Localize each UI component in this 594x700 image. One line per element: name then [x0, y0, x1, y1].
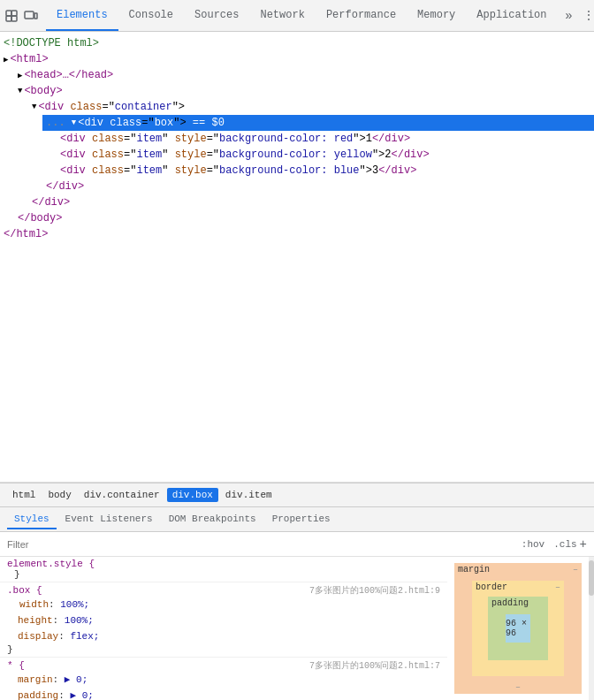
line-div-box-close[interactable]: </div>: [42, 179, 594, 194]
css-prop-display: display : flex;: [18, 628, 440, 644]
css-rule-star: * { 7多张图片的100%问题2.html:7 margin : ▶ 0; p…: [0, 658, 447, 700]
svg-rect-2: [6, 16, 11, 21]
cursor-icon[interactable]: [4, 8, 19, 24]
bm-padding-label: padding: [491, 598, 529, 608]
settings-icon[interactable]: ⋮: [581, 8, 594, 24]
css-prop-margin: margin : ▶ 0;: [18, 672, 440, 688]
subpanel-tabs: Styles Event Listeners DOM Breakpoints P…: [0, 507, 594, 532]
bm-bottom-dash: –: [454, 682, 582, 692]
svg-rect-5: [34, 13, 37, 19]
cls-button[interactable]: .cls: [551, 538, 579, 551]
line-body-close[interactable]: </body>: [14, 210, 594, 226]
tab-event-listeners[interactable]: Event Listeners: [58, 510, 160, 529]
more-tabs-icon[interactable]: »: [561, 8, 577, 24]
triangle-head[interactable]: ▶: [18, 71, 22, 80]
triangle-body[interactable]: ▼: [18, 87, 22, 95]
tab-elements[interactable]: Elements: [46, 0, 118, 31]
line-html-close[interactable]: </html>: [0, 226, 594, 242]
bm-border-dash: –: [555, 582, 560, 592]
scroll-thumb[interactable]: [589, 560, 594, 596]
tab-memory[interactable]: Memory: [407, 0, 466, 31]
css-prop-padding: padding : ▶ 0;: [18, 688, 440, 700]
svg-rect-1: [11, 11, 17, 16]
bm-border-label: border: [476, 582, 507, 592]
toolbar-right: » ⋮: [561, 8, 594, 24]
css-prop-height: height : 100%;: [18, 612, 440, 628]
line-body-open[interactable]: ▼<body>: [14, 83, 594, 99]
svg-rect-3: [11, 16, 17, 21]
css-prop-width: width : 100%;: [18, 597, 440, 612]
filter-bar: :hov .cls +: [0, 532, 594, 557]
svg-rect-4: [25, 11, 34, 19]
add-style-button[interactable]: +: [580, 537, 587, 552]
devtools-toolbar: Elements Console Sources Network Perform…: [0, 0, 594, 32]
elements-panel: <!DOCTYPE html> ▶<html> ▶<head>…</head> …: [0, 32, 594, 483]
bottom-inner: element.style { } .box { 7多张图片的100%问题2.h…: [0, 557, 594, 700]
bm-content-label: 96 × 96: [506, 619, 530, 638]
breadcrumb-container[interactable]: div.container: [79, 488, 165, 502]
toolbar-icons: [4, 8, 39, 24]
triangle-box[interactable]: ▼: [72, 118, 76, 127]
line-html-open[interactable]: ▶<html>: [0, 51, 594, 67]
tab-console[interactable]: Console: [118, 0, 184, 31]
tab-application[interactable]: Application: [466, 0, 557, 31]
breadcrumb: html body div.container div.box div.item: [0, 483, 594, 507]
line-head[interactable]: ▶<head>…</head>: [14, 67, 594, 83]
hov-button[interactable]: :hov: [519, 538, 547, 551]
line-div-container-close[interactable]: </div>: [28, 194, 594, 210]
line-item-red[interactable]: <div class="item" style="background-colo…: [57, 131, 594, 147]
tab-properties[interactable]: Properties: [265, 510, 338, 529]
css-rule-element-style: element.style { }: [0, 557, 447, 582]
bottom-area: :hov .cls + element.style { } .box { 7多张…: [0, 532, 594, 700]
line-div-container[interactable]: ▼<div class="container">: [28, 99, 594, 115]
tab-network[interactable]: Network: [249, 0, 315, 31]
triangle-html[interactable]: ▶: [4, 55, 8, 65]
tab-performance[interactable]: Performance: [316, 0, 407, 31]
breadcrumb-body[interactable]: body: [42, 488, 76, 502]
tab-dom-breakpoints[interactable]: DOM Breakpoints: [162, 510, 263, 529]
filter-input[interactable]: [7, 539, 519, 550]
breadcrumb-item[interactable]: div.item: [220, 488, 278, 502]
line-item-yellow[interactable]: <div class="item" style="background-colo…: [57, 147, 594, 163]
breadcrumb-box[interactable]: div.box: [167, 488, 218, 502]
filter-buttons: :hov .cls: [519, 538, 580, 551]
bm-content: 96 × 96: [506, 614, 530, 643]
line-item-blue[interactable]: <div class="item" style="background-colo…: [57, 163, 594, 179]
tab-sources[interactable]: Sources: [184, 0, 249, 31]
breadcrumb-html[interactable]: html: [7, 488, 41, 502]
triangle-container[interactable]: ▼: [32, 103, 36, 111]
bm-margin-dash: –: [573, 565, 578, 574]
line-div-box[interactable]: ... ▼<div class="box"> == $0: [42, 115, 594, 131]
tab-styles[interactable]: Styles: [7, 510, 57, 529]
styles-content: element.style { } .box { 7多张图片的100%问题2.h…: [0, 557, 447, 700]
bm-margin-label: margin: [458, 565, 490, 574]
device-toolbar-icon[interactable]: [23, 8, 39, 24]
box-model: margin – border – padding 96 × 96: [454, 563, 582, 694]
toolbar-tabs: Elements Console Sources Network Perform…: [46, 0, 558, 31]
styles-right: margin – border – padding 96 × 96: [447, 557, 589, 700]
css-rule-box: .box { 7多张图片的100%问题2.html:9 width : 100%…: [0, 582, 447, 658]
scroll-track[interactable]: [589, 557, 594, 700]
svg-rect-0: [6, 11, 11, 16]
line-doctype[interactable]: <!DOCTYPE html>: [0, 35, 594, 51]
